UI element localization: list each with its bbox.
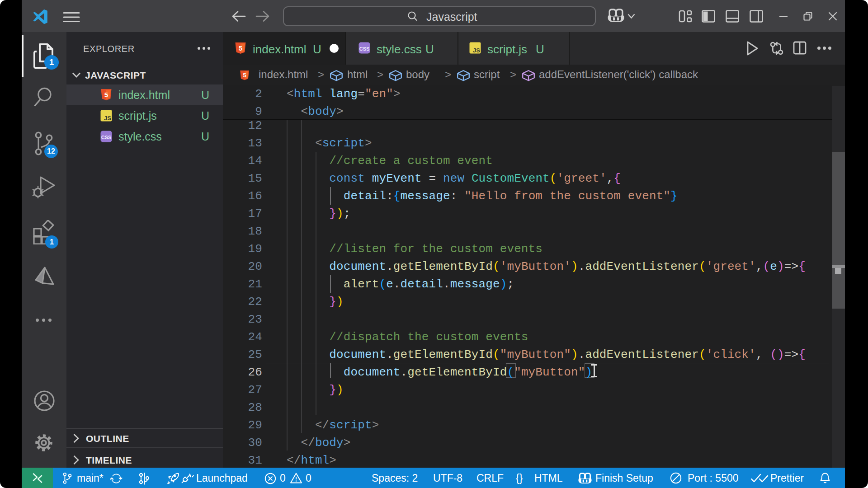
svg-text:5: 5 bbox=[104, 91, 108, 99]
svg-text:CSS: CSS bbox=[101, 135, 112, 140]
svg-text:JS: JS bbox=[104, 115, 111, 122]
svg-text:5: 5 bbox=[239, 44, 242, 52]
svg-text:CSS: CSS bbox=[359, 46, 370, 52]
svg-text:JS: JS bbox=[473, 47, 480, 54]
